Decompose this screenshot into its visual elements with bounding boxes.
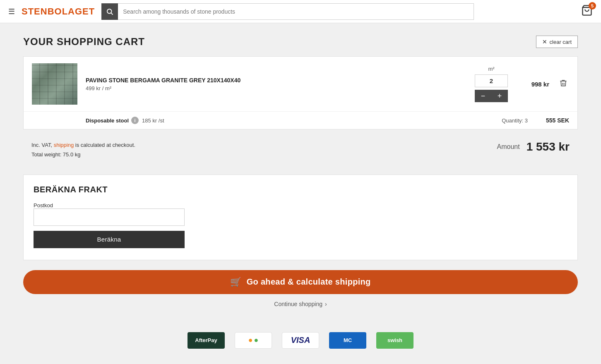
cart-item-row: PAVING STONE BERGAMA GRANITE GREY 210X14… (24, 57, 577, 111)
totals-section: Inc. VAT, shipping is calculated at chec… (23, 134, 578, 166)
shipping-calculator: BERÄKNA FRAKT Postkod Beräkna (23, 175, 578, 260)
stool-info-icon[interactable]: i (131, 117, 139, 124)
product-price: 499 kr / m² (86, 85, 466, 91)
close-icon: ✕ (542, 38, 547, 45)
header: ☰ STENBOLAGET 5 (0, 0, 601, 23)
amount-value: 1 553 kr (526, 140, 570, 153)
afterpay-logo: AfterPay (188, 332, 225, 349)
continue-shopping-label: Continue shopping (274, 301, 322, 307)
cart-go-ahead-icon: 🛒 (230, 277, 241, 287)
menu-icon[interactable]: ☰ (8, 7, 15, 16)
shipping-link[interactable]: shipping (54, 142, 74, 148)
shipping-calc-title: BERÄKNA FRAKT (34, 185, 567, 194)
totals-right: Amount 1 553 kr (497, 140, 570, 153)
vat-note: Inc. VAT, shipping is calculated at chec… (31, 140, 135, 150)
search-button[interactable] (101, 3, 118, 20)
item-total: 998 kr (516, 81, 549, 88)
product-name: PAVING STONE BERGAMA GRANITE GREY 210X14… (86, 77, 466, 84)
amount-label: Amount (497, 143, 520, 151)
weight-note: Total weight: 75.0 kg (31, 150, 135, 159)
payment-logos: AfterPay ● ● VISA MC swish (23, 324, 578, 349)
cart-badge: 5 (589, 2, 596, 10)
site-logo[interactable]: STENBOLAGET (22, 6, 95, 17)
cart-icon-button[interactable]: 5 (581, 5, 593, 19)
totals-left: Inc. VAT, shipping is calculated at chec… (31, 140, 135, 160)
delete-item-button[interactable] (558, 77, 569, 91)
search-input[interactable] (118, 3, 474, 20)
trash-icon (559, 79, 567, 87)
stool-row: Disposable stool i 185 kr /st Quantity: … (24, 111, 577, 129)
main-content: YOUR SHOPPING CART ✕ clear cart PAVING S… (15, 23, 586, 361)
page-title-bar: YOUR SHOPPING CART ✕ clear cart (23, 36, 578, 48)
quantity-controls: − + (475, 90, 508, 102)
svg-line-1 (111, 13, 113, 14)
stool-price: 185 kr /st (142, 117, 164, 124)
search-wrapper (101, 3, 474, 20)
stool-label: Disposable stool (86, 117, 129, 124)
stool-quantity: Quantity: 3 (502, 117, 528, 124)
search-icon (106, 8, 113, 15)
swish-logo: swish (376, 332, 413, 349)
berakna-button[interactable]: Beräkna (34, 231, 185, 248)
stool-total: 555 SEK (528, 117, 569, 124)
quantity-plus-button[interactable]: + (491, 90, 508, 102)
page-title: YOUR SHOPPING CART (23, 36, 145, 48)
continue-shopping-link[interactable]: Continue shopping › (23, 301, 578, 307)
go-ahead-button[interactable]: 🛒 Go ahead & calculate shipping (23, 270, 578, 294)
product-image (32, 63, 77, 105)
svg-point-0 (107, 9, 112, 14)
postkod-input[interactable] (34, 208, 185, 226)
klarna-logo: ● ● (235, 332, 272, 349)
go-ahead-label: Go ahead & calculate shipping (247, 277, 371, 287)
cart-card: PAVING STONE BERGAMA GRANITE GREY 210X14… (23, 56, 578, 129)
quantity-unit: m² (488, 66, 494, 72)
chevron-right-icon: › (325, 301, 327, 307)
quantity-section: m² 2 − + (475, 66, 508, 102)
clear-cart-button[interactable]: ✕ clear cart (536, 36, 578, 48)
product-info: PAVING STONE BERGAMA GRANITE GREY 210X14… (86, 77, 466, 91)
mastercard-logo: MC (329, 332, 366, 349)
quantity-minus-button[interactable]: − (475, 90, 491, 102)
clear-cart-label: clear cart (550, 39, 572, 45)
postkod-label: Postkod (34, 202, 53, 208)
quantity-value: 2 (475, 74, 508, 87)
visa-logo: VISA (282, 332, 319, 349)
